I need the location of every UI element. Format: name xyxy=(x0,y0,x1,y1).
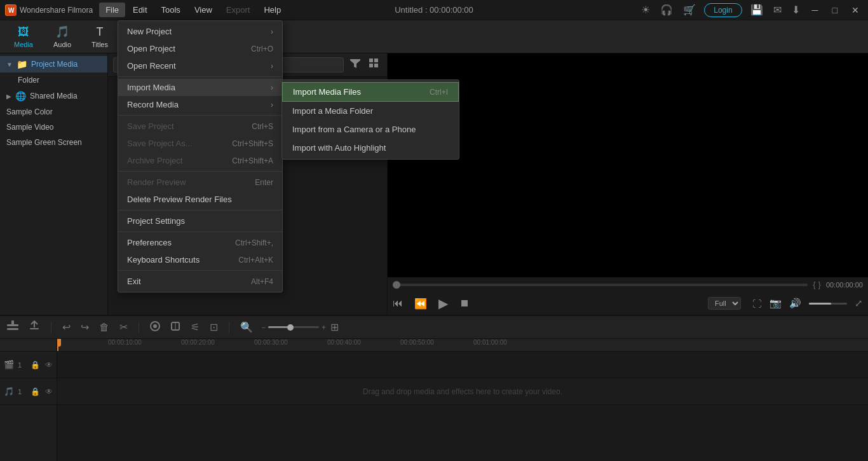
tree-item-sample-green-screen[interactable]: Sample Green Screen xyxy=(0,135,107,150)
menu-keyboard-shortcuts[interactable]: Keyboard Shortcuts Ctrl+Alt+K xyxy=(118,251,282,268)
quality-select[interactable]: Full xyxy=(708,297,741,310)
tl-fit-icon[interactable]: ⊞ xyxy=(329,319,341,335)
tl-add-track-icon[interactable] xyxy=(5,319,20,336)
tl-export-icon[interactable] xyxy=(27,319,42,336)
tl-separator-1 xyxy=(51,322,51,333)
media-tree: ▼ 📁 Project Media Folder ▶ 🌐 Shared Medi… xyxy=(0,53,107,315)
submenu-import-files[interactable]: Import Media Files Ctrl+I xyxy=(282,82,459,102)
shared-icon: 🌐 xyxy=(15,91,26,101)
file-menu: New Project › Open Project Ctrl+O Open R… xyxy=(118,20,283,292)
close-button[interactable]: ✕ xyxy=(848,4,863,17)
tl-cut-icon[interactable]: ✂ xyxy=(118,319,130,335)
tl-crop-icon[interactable]: ⊡ xyxy=(208,319,220,335)
menu-project-settings[interactable]: Project Settings xyxy=(118,212,282,230)
drag-drop-hint: Drag and drop media and effects here to … xyxy=(57,378,868,404)
headphone-icon[interactable]: 🎧 xyxy=(658,2,675,18)
menu-preferences[interactable]: Preferences Ctrl+Shift+, xyxy=(118,234,282,251)
snapshot-icon[interactable]: 📷 xyxy=(770,298,782,309)
eye-icon-1[interactable]: 👁 xyxy=(45,361,53,369)
tl-zoom-slider[interactable] xyxy=(268,326,319,328)
preview-timebar: { } 00:00:00:00 xyxy=(388,277,868,292)
menu-render-preview: Render Preview Enter xyxy=(118,174,282,191)
ruler-mark-0: 00:00:10:00 xyxy=(108,339,142,346)
menu-open-recent[interactable]: Open Recent › xyxy=(118,57,282,74)
tl-zoom-in-icon[interactable]: 🔍 xyxy=(238,319,255,335)
tree-item-shared-media[interactable]: ▶ 🌐 Shared Media xyxy=(0,88,107,104)
sun-icon[interactable]: ☀ xyxy=(639,2,652,18)
step-back-button[interactable]: ⏪ xyxy=(414,298,427,310)
playhead xyxy=(57,339,58,351)
login-button[interactable]: Login xyxy=(704,3,742,17)
ruler-mark-5: 00:01:00:00 xyxy=(473,339,507,346)
menu-delete-preview[interactable]: Delete Preview Render Files xyxy=(118,191,282,208)
menu-save-project-as: Save Project As... Ctrl+Shift+S xyxy=(118,135,282,152)
tl-redo-icon[interactable]: ↪ xyxy=(79,319,91,335)
cart-icon[interactable]: 🛒 xyxy=(681,2,698,18)
lock-icon-1[interactable]: 🔒 xyxy=(31,361,40,369)
menu-sep-3 xyxy=(118,171,282,172)
svg-text:W: W xyxy=(8,7,15,14)
menu-new-project[interactable]: New Project › xyxy=(118,23,282,40)
menu-record-media[interactable]: Record Media › xyxy=(118,96,282,113)
volume-slider[interactable] xyxy=(809,303,847,305)
audio-tab[interactable]: 🎵 Audio xyxy=(46,22,79,52)
tree-item-folder[interactable]: Folder xyxy=(0,72,107,88)
maximize-button[interactable]: □ xyxy=(829,4,841,17)
tl-undo-icon[interactable]: ↩ xyxy=(60,319,72,335)
tl-zoom-out-label: − xyxy=(261,323,266,332)
tl-separator-2 xyxy=(139,322,139,333)
menu-help[interactable]: Help xyxy=(257,3,287,17)
menu-import-media[interactable]: Import Media › xyxy=(118,79,282,96)
app-logo-icon: W xyxy=(5,4,17,16)
rewind-button[interactable]: ⏮ xyxy=(393,298,403,309)
menu-save-project: Save Project Ctrl+S xyxy=(118,118,282,135)
preview-right-icons: ⛶ 📷 🔊 ⤢ xyxy=(752,298,863,309)
mail-icon[interactable]: ✉ xyxy=(771,2,783,18)
svg-rect-9 xyxy=(7,328,18,330)
download-icon[interactable]: ⬇ xyxy=(790,2,802,18)
timeline-toolbar: ↩ ↪ 🗑 ✂ ⚟ ⊡ 🔍 − + ⊞ xyxy=(0,316,868,339)
preview-controls: ⏮ ⏪ ▶ ⏹ Full ⛶ 📷 🔊 ⤢ xyxy=(388,292,868,315)
menu-tools[interactable]: Tools xyxy=(155,3,187,17)
tl-split-icon[interactable]: ⚟ xyxy=(189,319,201,335)
submenu-import-highlight[interactable]: Import with Auto Highlight xyxy=(282,139,459,157)
submenu-import-camera[interactable]: Import from a Camera or a Phone xyxy=(282,120,459,139)
track-label-1: 🎬 1 🔒 👁 xyxy=(0,352,57,378)
tl-zoom-in-label: + xyxy=(322,323,326,332)
expand-icon[interactable]: ⤢ xyxy=(855,298,863,309)
volume-icon[interactable]: 🔊 xyxy=(789,298,801,309)
fullscreen-icon[interactable]: ⛶ xyxy=(752,298,762,309)
menu-edit[interactable]: Edit xyxy=(126,3,153,17)
menu-open-project[interactable]: Open Project Ctrl+O xyxy=(118,40,282,57)
tl-tool1-icon[interactable] xyxy=(148,319,162,336)
tree-item-sample-video[interactable]: Sample Video xyxy=(0,120,107,135)
menu-file[interactable]: File xyxy=(99,3,125,17)
track-row-2: Drag and drop media and effects here to … xyxy=(57,378,868,405)
minimize-button[interactable]: ─ xyxy=(808,4,822,17)
tree-item-project-media[interactable]: ▼ 📁 Project Media xyxy=(0,56,107,72)
svg-rect-4 xyxy=(369,58,373,62)
svg-point-13 xyxy=(153,324,157,328)
tl-delete-icon[interactable]: 🗑 xyxy=(97,320,111,335)
submenu-import-folder[interactable]: Import a Media Folder xyxy=(282,102,459,120)
grid-icon[interactable] xyxy=(367,57,382,72)
menu-exit[interactable]: Exit Alt+F4 xyxy=(118,273,282,290)
menu-archive-project: Archive Project Ctrl+Shift+A xyxy=(118,152,282,169)
save-cloud-icon[interactable]: 💾 xyxy=(749,2,765,18)
play-button[interactable]: ▶ xyxy=(438,296,448,311)
lock-icon-2[interactable]: 🔒 xyxy=(31,387,40,396)
preview-progress-slider[interactable] xyxy=(393,284,808,286)
tl-tool2-icon[interactable] xyxy=(168,319,182,336)
media-tab[interactable]: 🖼 Media xyxy=(6,22,41,52)
menu-view[interactable]: View xyxy=(188,3,219,17)
filter-icon[interactable] xyxy=(348,58,363,72)
left-panel: ▼ 📁 Project Media Folder ▶ 🌐 Shared Medi… xyxy=(0,53,108,315)
titles-tab[interactable]: T Titles xyxy=(84,22,116,52)
stop-button[interactable]: ⏹ xyxy=(459,298,470,309)
tree-item-sample-color[interactable]: Sample Color xyxy=(0,104,107,120)
eye-icon-2[interactable]: 👁 xyxy=(45,387,53,396)
menu-sep-1 xyxy=(118,76,282,77)
timeline-content: 🎬 1 🔒 👁 🎵 1 🔒 👁 Drag and drop m xyxy=(0,339,868,461)
app-name: Wondershare Filmora xyxy=(20,6,93,15)
titles-icon: T xyxy=(97,25,104,39)
